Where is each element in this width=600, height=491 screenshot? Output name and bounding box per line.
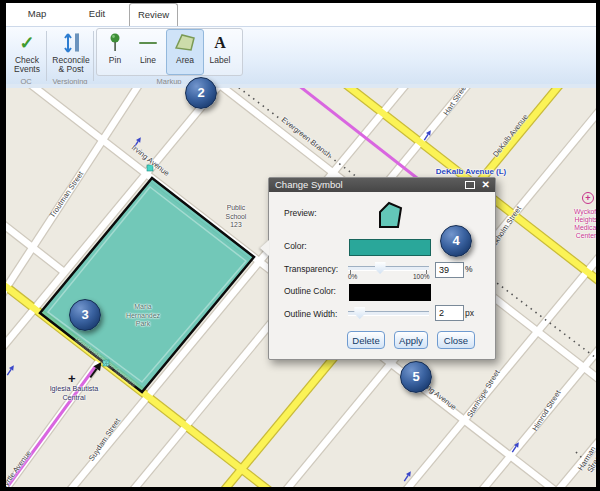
outline-width-slider-thumb[interactable] [354,307,365,319]
pin-button[interactable]: Pin [100,29,130,75]
church-cross-icon: + [68,369,76,387]
label-icon: A [214,34,226,52]
label-button[interactable]: A Label [204,29,236,75]
transparency-slider[interactable] [348,266,429,271]
callout-badge-5: 5 [400,361,432,393]
apply-button[interactable]: Apply [394,331,428,349]
outline-width-value-input[interactable]: 2 [435,305,464,321]
outline-color-label: Outline Color: [284,286,336,296]
map-label: Public School 123 [226,204,247,230]
outline-width-unit: px [465,308,474,318]
transparency-max-label: 100% [413,273,430,280]
area-icon [173,32,197,54]
transparency-min-label: 0% [348,273,357,280]
map-label: Iglesia Bautista Central [50,385,99,402]
map-label: DeKalb Avenue (L) [436,168,507,177]
preview-label: Preview: [284,208,317,218]
app-window: Map Edit Review ✓ Check Events Reconcile… [0,0,600,491]
tab-map[interactable]: Map [20,3,54,25]
ribbon-body: ✓ Check Events Reconcile & Post [6,26,596,85]
close-icon[interactable]: ✕ [482,178,490,192]
symbol-preview [376,200,406,230]
transparency-unit: % [465,264,473,274]
map-label: Wyckoff Heights Medical Center [574,208,596,240]
outline-width-label: Outline Width: [284,309,337,319]
park-markup-polygon[interactable] [40,178,254,392]
maximize-icon[interactable] [465,181,475,189]
outline-color-swatch[interactable] [349,284,431,301]
ribbon: Map Edit Review ✓ Check Events Reconcile… [6,3,596,88]
close-button[interactable]: Close [437,331,475,349]
reconcile-post-button[interactable]: Reconcile & Post [49,29,93,77]
change-symbol-dialog: Change Symbol ✕ Preview: Color: Transpar… [268,177,496,360]
color-label: Color: [284,241,307,251]
group-separator [93,31,94,81]
reconcile-icon [63,32,79,54]
callout-badge-4: 4 [440,225,472,257]
area-button[interactable]: Area [166,29,204,75]
dialog-callout-notch [260,240,269,256]
dialog-title-bar[interactable]: Change Symbol ✕ [269,178,495,192]
line-button[interactable]: Line [133,29,163,75]
label-label: Label [205,56,235,65]
line-icon [139,42,157,44]
color-swatch[interactable] [349,239,431,256]
transparency-label: Transparency: [284,264,338,274]
group-separator [46,31,47,81]
outline-width-slider[interactable] [348,311,429,316]
callout-badge-3: 3 [69,299,101,331]
pin-label: Pin [101,56,129,65]
tab-edit[interactable]: Edit [82,3,112,25]
dialog-title: Change Symbol [275,179,343,190]
check-events-label: Check Events [9,56,45,74]
transparency-value-input[interactable]: 39 [435,262,464,278]
transparency-slider-thumb[interactable] [375,262,386,274]
area-label: Area [167,56,203,65]
ribbon-tab-row: Map Edit Review [6,3,596,26]
pin-icon [108,32,122,54]
check-icon: ✓ [19,32,34,54]
reconcile-post-label: Reconcile & Post [50,56,92,74]
check-events-button[interactable]: ✓ Check Events [8,29,46,77]
tab-review[interactable]: Review [129,3,178,26]
line-label: Line [134,56,162,65]
map-label: Maria Hernandez Park [126,303,160,329]
callout-badge-2: 2 [185,77,217,109]
delete-button[interactable]: Delete [347,331,385,349]
hospital-plus-icon: + [582,192,594,204]
